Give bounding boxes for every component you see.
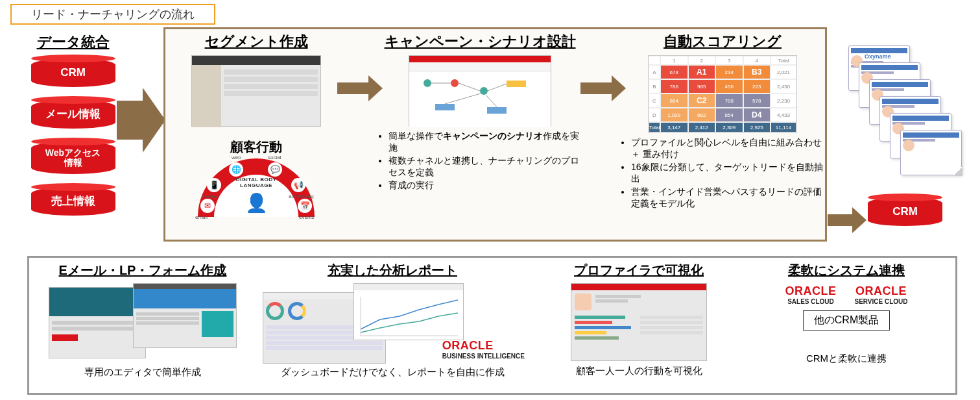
flow-arrow-2 <box>580 82 613 94</box>
email-icon: ✉ <box>200 199 215 213</box>
oracle-bi-logo: ORACLE BUSINESS INTELLIGENCE <box>442 339 525 360</box>
social-icon: 💬 <box>268 162 282 177</box>
integration-panel: 柔軟にシステム連携 ORACLE SALES CLOUD ORACLE SERV… <box>743 262 950 365</box>
source-mail: メール情報 <box>31 100 115 129</box>
source-web: Webアクセス 情報 <box>31 142 115 174</box>
oracle-sales-cloud-logo: ORACLE SALES CLOUD <box>785 284 836 305</box>
svg-point-1 <box>451 79 459 87</box>
email-screenshot-2 <box>133 283 237 348</box>
campaign-bullet-2: 複数チャネルと連携し、ナーチャリングのプロセスを定義 <box>388 155 579 177</box>
profile-card-stack: Oxyname <box>848 45 962 182</box>
avatar-icon <box>575 294 592 310</box>
campaign-heading: キャンペーン・シナリオ設計 <box>379 32 580 51</box>
profiler-screenshot <box>571 283 707 361</box>
svg-rect-4 <box>435 104 455 110</box>
svg-rect-5 <box>487 107 507 114</box>
profiler-panel: プロファイラで可視化 <box>542 262 736 377</box>
events-icon: 📅 <box>298 199 312 213</box>
crm-output-cylinder: CRM <box>868 197 942 226</box>
web-icon: 🌐 <box>229 162 243 177</box>
segment-panel: セグメント作成 顧客行動 DIGITAL BODY LANGUAGE 👤 ✉ e… <box>172 32 341 217</box>
oracle-service-cloud-logo: ORACLE SERVICE CLOUD <box>854 284 907 305</box>
reports-panel: 充実した分析レポート <box>256 262 529 379</box>
segment-heading: セグメント作成 <box>172 32 341 51</box>
other-crm-badge: 他のCRM製品 <box>803 310 890 331</box>
flow-arrow-1 <box>337 82 370 94</box>
campaign-bullet-3: 育成の実行 <box>388 180 434 190</box>
report-screenshot-2 <box>353 283 464 340</box>
digital-body-language-icon: DIGITAL BODY LANGUAGE 👤 ✉ email 📱 mobile… <box>198 158 315 217</box>
campaign-screenshot <box>409 55 551 127</box>
email-screenshot-1 <box>49 287 146 358</box>
campaign-bullets: 簡単な操作でキャンペーンのシナリオ作成を実施 複数チャネルと連携し、ナーチャリン… <box>379 131 580 192</box>
scoring-heading: 自動スコアリング <box>622 32 823 51</box>
campaign-panel: キャンペーン・シナリオ設計 <box>379 32 580 193</box>
customer-behavior-heading: 顧客行動 <box>172 138 341 156</box>
segment-screenshot <box>191 55 321 127</box>
data-integration-heading: データ統合 <box>19 32 126 52</box>
title-tab: リード・ナーチャリングの流れ <box>10 4 215 25</box>
data-integration-column: データ統合 CRM メール情報 Webアクセス 情報 売上情報 <box>19 32 126 229</box>
svg-rect-3 <box>507 81 526 87</box>
crm-output: Oxyname CRM <box>848 45 962 240</box>
advertising-icon: 📢 <box>291 178 305 192</box>
scoring-grid: 1234Total A 678A1234B32,021 B 7869854562… <box>648 55 797 133</box>
svg-point-0 <box>424 79 431 87</box>
source-crm: CRM <box>31 58 115 87</box>
bottom-container: Eメール・LP・フォーム作成 <box>27 256 957 395</box>
source-sales: 売上情報 <box>31 187 115 216</box>
scoring-bullets: プロファイルと関心レベルを自由に組み合わせ ＋ 重み付け 16象限に分類して、タ… <box>622 137 823 210</box>
scoring-panel: 自動スコアリング 1234Total A 678A1234B32,021 B 7… <box>622 32 823 211</box>
flow-container: セグメント作成 顧客行動 DIGITAL BODY LANGUAGE 👤 ✉ e… <box>163 27 827 242</box>
mobile-icon: 📱 <box>207 178 221 192</box>
svg-point-2 <box>480 87 488 95</box>
email-panel: Eメール・LP・フォーム作成 <box>36 262 250 379</box>
person-icon: 👤 <box>245 192 268 214</box>
campaign-bullet-1: 簡単な操作でキャンペーンのシナリオ作成を実施 <box>388 131 579 153</box>
